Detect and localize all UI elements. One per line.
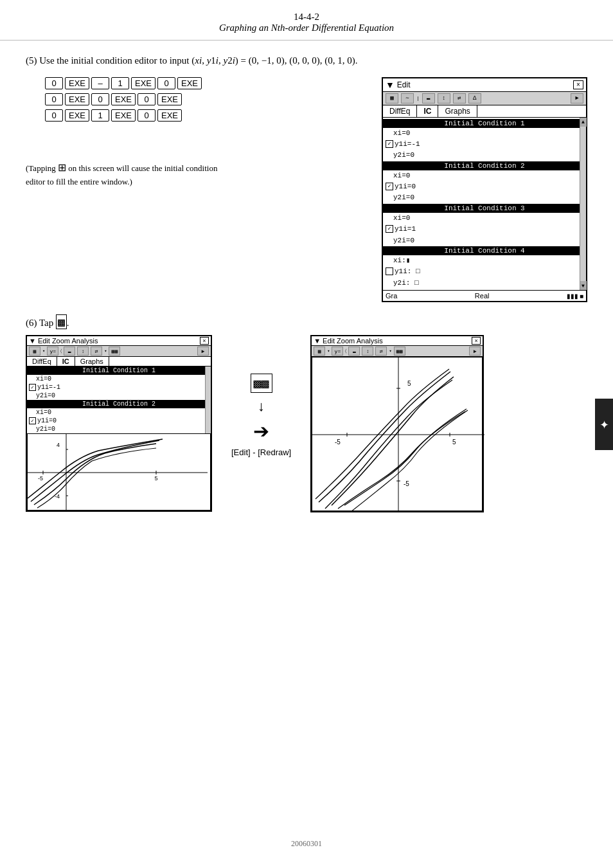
- y1i-val-3: y1i=1: [395, 224, 416, 234]
- page-footer: 20060301: [0, 839, 613, 849]
- right-toolbar-1: ▩: [314, 347, 325, 356]
- section5-text-before: (5) Use the initial condition editor to …: [26, 55, 357, 66]
- right-toolbar-2: y=: [332, 347, 343, 356]
- left-tb-sep: ▾: [42, 348, 45, 354]
- tab-graphs[interactable]: Graphs: [438, 105, 477, 117]
- condition-y1i-1: ✓ y1i=-1: [383, 139, 586, 150]
- left-toolbar-6: ▩▩: [109, 347, 120, 356]
- left-toolbar: ▩ ▾ y= 〈 ▬ ↕ ⇄ ▾ ▩▩ ►: [27, 346, 211, 357]
- right-toolbar-6: ▩▩: [394, 347, 405, 356]
- toolbar-icon-end: ►: [571, 93, 583, 104]
- scrollbar[interactable]: ▲ ▼: [580, 118, 586, 291]
- right-toolbar-end: ►: [469, 347, 481, 356]
- left-toolbar-5: ⇄: [91, 347, 102, 356]
- key-0-5: 0: [138, 93, 155, 105]
- key-exe-8: EXE: [111, 109, 136, 122]
- toolbar-icon-2: ∼: [401, 93, 414, 104]
- edit-window: ▼ Edit × ▩ ∼ | ▬ ↕ ⇄ Δ ►: [382, 77, 587, 303]
- left-title-arrow: ▼: [29, 337, 36, 345]
- key-row-1: 0 EXE – 1 EXE 0 EXE: [45, 77, 369, 89]
- svg-text:4: 4: [57, 442, 60, 448]
- key-exe-2: EXE: [131, 77, 155, 89]
- status-square: ■: [580, 293, 583, 300]
- right-toolbar-3: ▬: [348, 347, 360, 356]
- left-y1i-2: ✓ y1i=0: [27, 417, 211, 425]
- left-tab-diffeq[interactable]: DiffEq: [27, 357, 57, 366]
- left-scrollbar[interactable]: [205, 366, 211, 433]
- key-exe-4: EXE: [65, 93, 89, 105]
- battery-icon: ▮▮▮: [567, 293, 578, 300]
- condition-xi-1: xi=0: [383, 128, 586, 139]
- left-tabs: DiffEq IC Graphs: [27, 357, 211, 366]
- key-arrow-1: –: [91, 77, 109, 89]
- right-title: Edit Zoom Analysis: [323, 337, 383, 345]
- condition-header-2: Initial Condition 2: [383, 161, 586, 170]
- y1i-val-1: y1i=-1: [395, 140, 420, 149]
- right-close-btn[interactable]: ×: [472, 337, 481, 345]
- key-0-2: 0: [157, 77, 175, 89]
- left-tab-ic[interactable]: IC: [57, 357, 75, 366]
- left-y2i-1: y2i=0: [27, 392, 211, 400]
- toolbar-icon-3: ▬: [422, 93, 435, 104]
- y1i-val-2: y1i=0: [395, 182, 416, 192]
- toolbar-icon-1: ▩: [386, 93, 398, 104]
- right-title-arrow: ▼: [314, 337, 321, 345]
- key-exe-5: EXE: [111, 93, 136, 105]
- condition-xi-4: xi:▮: [383, 255, 586, 266]
- left-tab-graphs[interactable]: Graphs: [75, 357, 109, 366]
- left-xi-1: xi=0: [27, 375, 211, 383]
- right-tb-sep: ▾: [327, 348, 330, 354]
- sidebar-tab: ✦: [595, 399, 613, 450]
- toolbar-icon-6: Δ: [468, 93, 481, 104]
- left-close-btn[interactable]: ×: [200, 337, 209, 345]
- key-exe-9: EXE: [157, 109, 182, 122]
- edit-statusbar: Gra Real ▮▮▮ ■: [383, 290, 586, 301]
- left-graph-svg: 4 -4 -5 5: [28, 434, 208, 511]
- toolbar-icon-4: ↕: [438, 93, 450, 104]
- resize-icon: ▩▩: [251, 374, 272, 393]
- right-arrow: ➔: [253, 420, 269, 442]
- tab-ic[interactable]: IC: [417, 105, 438, 117]
- left-toolbar-4: ↕: [77, 347, 89, 356]
- svg-text:5: 5: [154, 475, 157, 482]
- title-arrow-icon: ▼: [386, 80, 395, 90]
- left-cb-2: ✓: [29, 417, 36, 424]
- scroll-down-btn[interactable]: ▼: [580, 281, 587, 290]
- close-button[interactable]: ×: [573, 80, 583, 89]
- svg-text:-5: -5: [38, 475, 43, 482]
- checkbox-3: ✓: [386, 225, 393, 233]
- left-xi-2: xi=0: [27, 408, 211, 417]
- toolbar-icon-5: ⇄: [453, 93, 466, 104]
- arrow-down: ↓: [258, 398, 265, 415]
- left-cond-header-2: Initial Condition 2: [27, 400, 211, 408]
- sidebar-tab-symbol: ✦: [597, 418, 611, 431]
- tab-diffeq[interactable]: DiffEq: [383, 105, 417, 117]
- toolbar-separator: |: [416, 95, 420, 101]
- edit-title: Edit: [397, 80, 411, 89]
- checkbox-2: ✓: [386, 183, 393, 190]
- left-title: Edit Zoom Analysis: [38, 337, 98, 345]
- key-0-4: 0: [91, 93, 109, 105]
- header-line1: 14-4-2: [0, 12, 613, 23]
- lower-section: ▼ Edit Zoom Analysis × ▩ ▾ y= 〈 ▬ ↕ ⇄: [26, 335, 587, 512]
- svg-text:-5: -5: [404, 480, 409, 487]
- condition-header-3: Initial Condition 3: [383, 204, 586, 213]
- key-1-2: 1: [91, 109, 109, 122]
- right-toolbar: ▩ ▾ y= 〈 ▬ ↕ ⇄ ▾ ▩▩ ►: [312, 346, 483, 357]
- key-exe-6: EXE: [157, 93, 182, 105]
- key-exe-3: EXE: [177, 77, 202, 89]
- right-toolbar-5: ⇄: [375, 347, 387, 356]
- key-exe-7: EXE: [65, 109, 89, 122]
- edit-body: Initial Condition 1 xi=0 ✓ y1i=-1 y2i=0 …: [383, 118, 586, 291]
- note-text: (Tapping ⊞ on this screen will cause the…: [26, 160, 231, 188]
- svg-text:5: 5: [452, 439, 456, 446]
- scroll-up-btn[interactable]: ▲: [580, 118, 587, 127]
- condition-xi-3: xi=0: [383, 213, 586, 224]
- resize-symbol: ▩▩: [254, 375, 269, 391]
- left-toolbar-2: y=: [47, 347, 58, 356]
- key-exe-1: EXE: [65, 77, 89, 89]
- checkbox-1: ✓: [386, 140, 393, 148]
- condition-y2i-1: y2i=0: [383, 150, 586, 161]
- left-toolbar-3: ▬: [64, 347, 75, 356]
- svg-text:-5: -5: [335, 439, 341, 446]
